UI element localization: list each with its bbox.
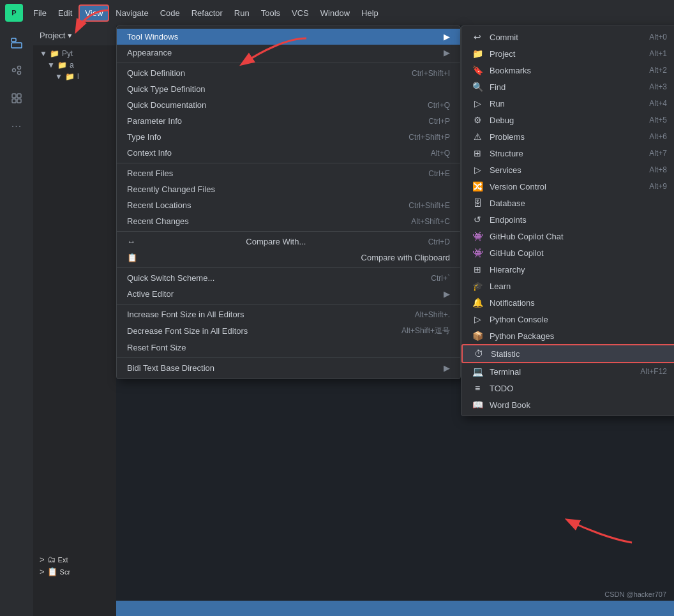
plugins-sidebar-icon[interactable] — [5, 87, 28, 110]
submenu-notifications[interactable]: 🔔 Notifications — [461, 294, 674, 311]
submenu-gh-copilot[interactable]: 👾 GitHub Copilot — [461, 244, 674, 261]
active-editor-arrow-icon: ▶ — [444, 289, 450, 299]
menu-decrease-font[interactable]: Decrease Font Size in All Editors Alt+Sh… — [117, 322, 460, 340]
tree-label: l — [77, 72, 79, 81]
submenu-bookmarks[interactable]: 🔖 Bookmarks Alt+2 — [461, 62, 674, 79]
submenu-todo[interactable]: ≡ TODO — [461, 380, 674, 396]
version-control-shortcut: Alt+9 — [649, 182, 667, 191]
menu-help[interactable]: Help — [356, 6, 384, 20]
todo-label: TODO — [490, 384, 667, 393]
project-sidebar-icon[interactable] — [5, 31, 28, 54]
menu-file[interactable]: File — [28, 6, 52, 20]
menu-vcs[interactable]: VCS — [287, 6, 314, 20]
recently-changed-label: Recently Changed Files — [127, 184, 215, 194]
submenu-endpoints[interactable]: ↺ Endpoints — [461, 211, 674, 228]
bookmarks-icon: 🔖 — [472, 65, 483, 75]
menu-recently-changed-files[interactable]: Recently Changed Files — [117, 181, 460, 197]
menu-recent-changes[interactable]: Recent Changes Alt+Shift+C — [117, 213, 460, 229]
svg-point-5 — [18, 66, 21, 70]
type-info-shortcut: Ctrl+Shift+P — [408, 133, 450, 142]
submenu-database[interactable]: 🗄 Database — [461, 195, 674, 211]
context-info-shortcut: Alt+Q — [431, 149, 450, 158]
project-tree: ▼ 📁 Pyt ▼ 📁 a ▼ 📁 l — [33, 45, 116, 85]
separator-5 — [117, 304, 460, 304]
word-book-label: Word Book — [490, 400, 667, 410]
menu-reset-font[interactable]: Reset Font Size — [117, 340, 460, 356]
notifications-label: Notifications — [490, 298, 667, 308]
submenu-statistic[interactable]: ⏱ Statistic — [461, 344, 674, 363]
reset-font-label: Reset Font Size — [127, 343, 186, 352]
menu-window[interactable]: Window — [315, 6, 355, 20]
svg-point-4 — [13, 69, 16, 72]
submenu-learn[interactable]: 🎓 Learn — [461, 278, 674, 294]
statistic-icon: ⏱ — [473, 349, 484, 359]
quick-def-shortcut: Ctrl+Shift+I — [412, 69, 450, 78]
submenu-python-console[interactable]: ▷ Python Console — [461, 311, 674, 327]
menu-run[interactable]: Run — [229, 6, 255, 20]
menu-compare-with[interactable]: ↔ Compare With... Ctrl+D — [117, 234, 460, 250]
tree-item-scr[interactable]: > 📋 Scr — [37, 566, 116, 578]
app-logo: P — [5, 4, 23, 22]
submenu-commit[interactable]: ↩ Commit Alt+0 — [461, 29, 674, 45]
menu-recent-locations[interactable]: Recent Locations Ctrl+Shift+E — [117, 197, 460, 213]
submenu-version-control[interactable]: 🔀 Version Control Alt+9 — [461, 178, 674, 195]
submenu-find[interactable]: 🔍 Find Alt+3 — [461, 79, 674, 95]
separator-2 — [117, 163, 460, 163]
debug-icon: ⚙ — [472, 115, 483, 125]
python-console-label: Python Console — [490, 315, 667, 324]
structure-label: Structure — [490, 149, 649, 158]
submenu-run[interactable]: ▷ Run Alt+4 — [461, 95, 674, 112]
menu-context-info[interactable]: Context Info Alt+Q — [117, 145, 460, 161]
menu-tools[interactable]: Tools — [256, 6, 285, 20]
submenu-word-book[interactable]: 📖 Word Book — [461, 396, 674, 413]
submenu-services[interactable]: ▷ Services Alt+8 — [461, 162, 674, 178]
menu-type-info[interactable]: Type Info Ctrl+Shift+P — [117, 129, 460, 145]
more-sidebar-icon[interactable]: ··· — [5, 115, 28, 138]
red-arrow-tool-windows — [223, 32, 313, 70]
tree-arrow: ▼ — [40, 49, 47, 58]
menu-quick-type-definition[interactable]: Quick Type Definition — [117, 81, 460, 97]
submenu-python-packages[interactable]: 📦 Python Packages — [461, 327, 674, 344]
svg-rect-7 — [12, 94, 16, 98]
tree-arrow: ▼ — [47, 61, 55, 70]
endpoints-icon: ↺ — [472, 214, 483, 225]
menu-code[interactable]: Code — [155, 6, 185, 20]
menu-refactor[interactable]: Refactor — [186, 6, 228, 20]
menu-navigate[interactable]: Navigate — [110, 6, 153, 20]
param-info-shortcut: Ctrl+P — [428, 117, 450, 126]
gh-copilot-label: GitHub Copilot — [490, 248, 667, 258]
menu-parameter-info[interactable]: Parameter Info Ctrl+P — [117, 113, 460, 129]
submenu-terminal[interactable]: 💻 Terminal Alt+F12 — [461, 363, 674, 380]
ext-icon: 🗂 — [47, 555, 56, 564]
version-control-label: Version Control — [490, 182, 649, 192]
recent-locations-shortcut: Ctrl+Shift+E — [408, 201, 450, 210]
submenu-problems[interactable]: ⚠ Problems Alt+6 — [461, 128, 674, 145]
submenu-project[interactable]: 📁 Project Alt+1 — [461, 45, 674, 62]
terminal-shortcut: Alt+F12 — [640, 367, 667, 376]
menu-active-editor[interactable]: Active Editor ▶ — [117, 286, 460, 302]
debug-shortcut: Alt+5 — [649, 116, 667, 124]
compare-icon: ↔ — [127, 237, 135, 246]
appearance-label: Appearance — [127, 48, 172, 57]
tree-item-a[interactable]: ▼ 📁 a — [45, 59, 112, 71]
menu-compare-clipboard[interactable]: 📋 Compare with Clipboard — [117, 250, 460, 266]
submenu-structure[interactable]: ⊞ Structure Alt+7 — [461, 145, 674, 162]
services-shortcut: Alt+8 — [649, 165, 667, 174]
svg-point-6 — [18, 71, 21, 75]
view-menu-dropdown: Tool Windows ▶ Appearance ▶ Quick Defini… — [116, 26, 461, 379]
menu-bidi-text[interactable]: Bidi Text Base Direction ▶ — [117, 360, 460, 376]
submenu-gh-copilot-chat[interactable]: 👾 GitHub Copilot Chat — [461, 228, 674, 244]
git-sidebar-icon[interactable] — [5, 59, 28, 82]
menu-increase-font[interactable]: Increase Font Size in All Editors Alt+Sh… — [117, 306, 460, 322]
tree-item-ext[interactable]: > 🗂 Ext — [37, 553, 116, 566]
menu-recent-files[interactable]: Recent Files Ctrl+E — [117, 165, 460, 181]
tree-item-inner[interactable]: ▼ 📁 l — [52, 71, 112, 82]
tree-item-pyt[interactable]: ▼ 📁 Pyt — [37, 48, 112, 59]
menu-quick-documentation[interactable]: Quick Documentation Ctrl+Q — [117, 97, 460, 113]
scr-icon: 📋 — [47, 567, 57, 576]
recent-changes-shortcut: Alt+Shift+C — [411, 217, 450, 226]
submenu-hierarchy[interactable]: ⊞ Hierarchy — [461, 261, 674, 278]
menu-quick-switch[interactable]: Quick Switch Scheme... Ctrl+` — [117, 270, 460, 286]
submenu-debug[interactable]: ⚙ Debug Alt+5 — [461, 112, 674, 128]
project-label: Project — [490, 49, 649, 59]
